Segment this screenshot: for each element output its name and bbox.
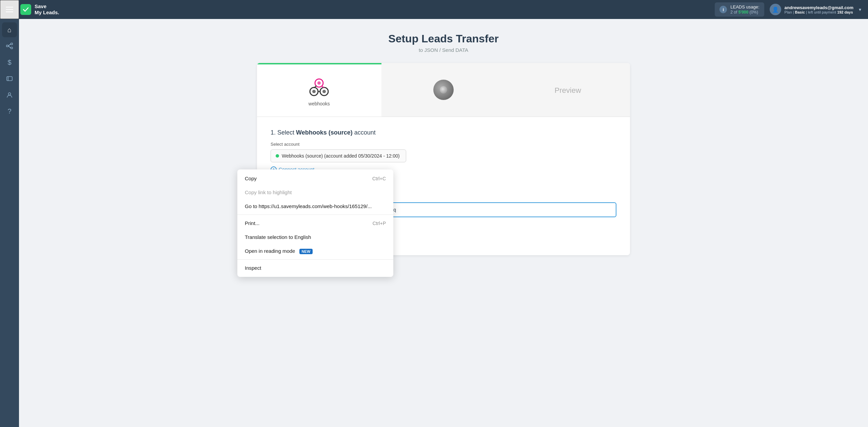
ctx-separator-2 <box>237 259 393 260</box>
webhooks-tab-label: webhooks <box>309 101 330 106</box>
json-icon <box>433 80 454 100</box>
step-header: webhooks Preview <box>257 63 630 117</box>
svg-rect-0 <box>6 45 8 47</box>
account-value-text: Webhooks (source) (account added 05/30/2… <box>282 153 400 159</box>
user-email: andrewsavemyleads@gmail.com <box>785 5 853 10</box>
user-plan: Plan | Basic | left until payment 192 da… <box>785 10 853 14</box>
step-tab-preview[interactable]: Preview <box>506 63 630 117</box>
ctx-item-copy-link[interactable]: Copy link to highlight <box>237 185 393 199</box>
ctx-item-print[interactable]: Print... Ctrl+P <box>237 216 393 230</box>
svg-line-4 <box>8 46 11 48</box>
preview-tab-label: Preview <box>555 86 581 95</box>
section1-title: 1. Select Webhooks (source) account <box>271 129 616 136</box>
sidebar-item-connections[interactable] <box>2 39 17 54</box>
logo-area: Save My Leads. <box>19 3 59 16</box>
user-area: 👤 andrewsavemyleads@gmail.com Plan | Bas… <box>770 4 861 15</box>
avatar: 👤 <box>770 4 781 15</box>
hamburger-icon <box>6 7 13 12</box>
svg-point-7 <box>8 93 11 95</box>
sidebar-item-profile[interactable] <box>2 87 17 102</box>
step-tab-json[interactable] <box>381 63 506 117</box>
ctx-item-reading-mode[interactable]: Open in reading mode NEW <box>237 244 393 258</box>
left-sidebar: ⌂ $ ? <box>0 19 19 427</box>
svg-rect-2 <box>11 47 13 49</box>
app-name: Save My Leads. <box>35 3 59 16</box>
account-select-display[interactable]: Webhooks (source) (account added 05/30/2… <box>271 149 406 162</box>
sidebar-item-billing[interactable]: $ <box>2 55 17 70</box>
nav-right: i LEADS usage: 2 of 5'000 (0%) 👤 andrews… <box>715 2 868 17</box>
step-tab-webhooks[interactable]: webhooks <box>257 63 381 117</box>
svg-line-3 <box>8 44 11 46</box>
sidebar-item-help[interactable]: ? <box>2 104 17 119</box>
ctx-item-inspect[interactable]: Inspect <box>237 261 393 275</box>
top-navigation: Save My Leads. i LEADS usage: 2 of 5'000… <box>0 0 868 19</box>
page-subtitle: to JSON / Send DATA <box>39 47 848 53</box>
leads-usage-box: i LEADS usage: 2 of 5'000 (0%) <box>715 2 764 17</box>
svg-rect-1 <box>11 43 13 45</box>
account-status-dot <box>276 154 279 158</box>
menu-toggle-button[interactable] <box>0 0 19 19</box>
user-menu-chevron-icon[interactable]: ▾ <box>859 7 861 12</box>
ctx-item-copy[interactable]: Copy Ctrl+C <box>237 171 393 185</box>
select-account-label: Select account <box>271 142 616 147</box>
ctx-item-translate[interactable]: Translate selection to English <box>237 230 393 244</box>
user-info: andrewsavemyleads@gmail.com Plan | Basic… <box>785 5 853 14</box>
account-select-row: Webhooks (source) (account added 05/30/2… <box>271 149 616 162</box>
ctx-item-goto[interactable]: Go to https://u1.savemyleads.com/web-hoo… <box>237 199 393 213</box>
page-title: Setup Leads Transfer <box>39 33 848 45</box>
info-icon[interactable]: i <box>719 6 727 13</box>
svg-rect-5 <box>7 77 12 81</box>
ctx-separator-1 <box>237 215 393 215</box>
svg-point-11 <box>317 81 321 85</box>
sidebar-item-integrations[interactable] <box>2 71 17 86</box>
logo-icon <box>20 4 31 15</box>
webhooks-logo-icon <box>307 75 331 98</box>
leads-usage-text: LEADS usage: 2 of 5'000 (0%) <box>730 4 759 15</box>
sidebar-item-home[interactable]: ⌂ <box>2 22 17 37</box>
svg-point-12 <box>312 90 316 93</box>
main-content: Setup Leads Transfer to JSON / Send DATA <box>19 19 868 427</box>
svg-point-13 <box>322 90 326 93</box>
context-menu: Copy Ctrl+C Copy link to highlight Go to… <box>237 169 393 277</box>
